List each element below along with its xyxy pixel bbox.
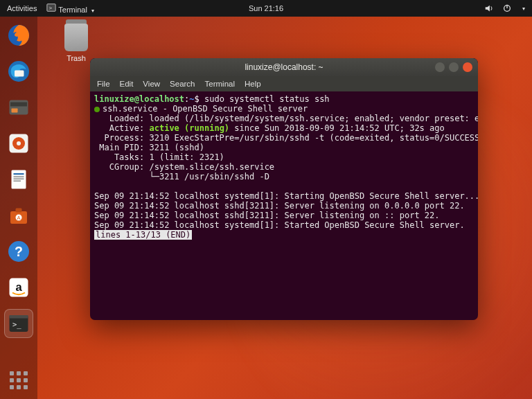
log-line-3: Sep 09 21:14:52 localhost sshd[3211]: Se… <box>94 211 440 220</box>
terminal-output[interactable]: linuxize@localhost:~$ sudo systemctl sta… <box>90 91 478 320</box>
cgroup-line: CGroup: /system.slice/ssh.service <box>94 162 274 172</box>
terminal-icon: > <box>46 3 56 12</box>
svg-point-12 <box>17 141 21 145</box>
pager-status: lines 1-13/13 (END) <box>94 230 192 240</box>
log-line-4: Sep 09 21:14:52 localhost systemd[1]: St… <box>94 220 465 230</box>
svg-rect-17 <box>14 181 21 182</box>
dock-thunderbird[interactable] <box>4 57 33 86</box>
process-line: Process: 3210 ExecStartPre=/usr/sbin/ssh… <box>94 133 478 143</box>
svg-rect-16 <box>14 179 24 180</box>
dock-help[interactable]: ? <box>4 237 33 266</box>
trash-icon <box>64 24 88 51</box>
menu-search[interactable]: Search <box>170 80 195 88</box>
prompt-user: linuxize@localhost <box>94 94 184 104</box>
mainpid-line: Main PID: 3211 (sshd) <box>94 143 204 152</box>
svg-rect-9 <box>12 109 18 113</box>
dock: A ? a >_ <box>0 17 37 399</box>
volume-icon[interactable] <box>484 3 494 13</box>
top-bar: Activities > Terminal ▾ Sun 21:16 ▾ <box>0 0 532 17</box>
loaded-line: Loaded: loaded (/lib/systemd/system/ssh.… <box>94 114 478 123</box>
window-titlebar[interactable]: linuxize@localhost: ~ <box>90 58 478 76</box>
app-menu-label: Terminal <box>58 6 87 14</box>
prompt-end: $ <box>195 94 204 104</box>
status-dot-icon <box>94 107 100 112</box>
svg-rect-19 <box>16 209 22 213</box>
svg-text:?: ? <box>15 244 23 259</box>
window-close-button[interactable] <box>463 62 472 72</box>
svg-rect-6 <box>15 71 24 77</box>
svg-rect-8 <box>10 103 27 107</box>
chevron-down-icon: ▾ <box>91 8 94 14</box>
desktop-trash[interactable]: Trash <box>55 24 97 62</box>
svg-rect-27 <box>10 315 28 319</box>
activities-button[interactable]: Activities <box>7 4 37 12</box>
service-line: ssh.service - OpenBSD Secure Shell serve… <box>103 104 308 114</box>
prompt-path: ~ <box>189 94 194 104</box>
svg-rect-14 <box>14 173 24 175</box>
dock-terminal[interactable]: >_ <box>4 309 33 338</box>
svg-text:>_: >_ <box>12 320 21 329</box>
cgroup-tree-line: └─3211 /usr/sbin/sshd -D <box>94 172 269 181</box>
svg-rect-15 <box>14 177 24 178</box>
dock-firefox[interactable] <box>4 21 33 50</box>
menu-help[interactable]: Help <box>245 80 261 88</box>
tasks-line: Tasks: 1 (limit: 2321) <box>94 152 224 162</box>
dock-rhythmbox[interactable] <box>4 129 33 158</box>
dock-amazon[interactable]: a <box>4 273 33 302</box>
menu-terminal[interactable]: Terminal <box>205 80 235 88</box>
command-text: sudo systemctl status ssh <box>204 94 330 104</box>
dock-files[interactable] <box>4 93 33 122</box>
svg-text:>: > <box>49 5 53 11</box>
log-line-1: Sep 09 21:14:52 localhost systemd[1]: St… <box>94 191 478 201</box>
chevron-down-icon[interactable]: ▾ <box>522 6 525 12</box>
terminal-window: linuxize@localhost: ~ File Edit View Sea… <box>90 58 478 320</box>
menu-bar: File Edit View Search Terminal Help <box>90 76 478 91</box>
dock-software[interactable]: A <box>4 201 33 230</box>
window-maximize-button[interactable] <box>449 62 459 72</box>
active-pre: Active: <box>94 123 149 133</box>
svg-text:a: a <box>15 281 22 293</box>
svg-text:A: A <box>17 215 20 221</box>
log-line-2: Sep 09 21:14:52 localhost sshd[3211]: Se… <box>94 201 465 211</box>
active-value: active (running) <box>149 123 229 133</box>
window-title: linuxize@localhost: ~ <box>245 62 323 72</box>
window-minimize-button[interactable] <box>435 62 445 72</box>
menu-view[interactable]: View <box>143 80 160 88</box>
dock-writer[interactable] <box>4 165 33 194</box>
app-menu[interactable]: > Terminal ▾ <box>46 3 94 14</box>
power-icon[interactable] <box>502 3 512 13</box>
active-post: since Sun 2018-09-09 21:14:52 UTC; 32s a… <box>229 123 445 133</box>
clock[interactable]: Sun 21:16 <box>249 4 283 12</box>
menu-edit[interactable]: Edit <box>120 80 134 88</box>
menu-file[interactable]: File <box>97 80 110 88</box>
